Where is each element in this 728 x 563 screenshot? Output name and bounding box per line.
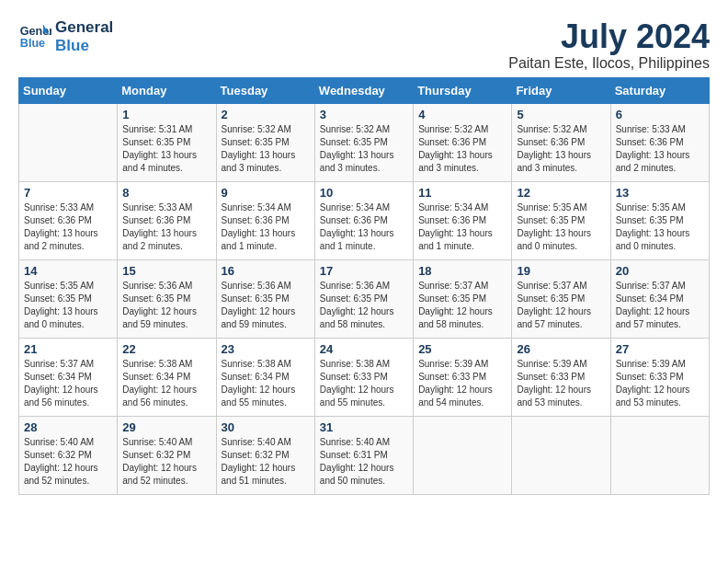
day-info: Sunrise: 5:35 AM Sunset: 6:35 PM Dayligh… [517, 201, 605, 253]
day-number: 1 [122, 108, 210, 121]
day-number: 14 [24, 264, 112, 278]
calendar-cell: 27Sunrise: 5:39 AM Sunset: 6:33 PM Dayli… [610, 338, 709, 416]
day-info: Sunrise: 5:40 AM Sunset: 6:31 PM Dayligh… [320, 436, 408, 488]
calendar-cell: 20Sunrise: 5:37 AM Sunset: 6:34 PM Dayli… [610, 259, 709, 338]
day-number: 23 [222, 342, 310, 356]
calendar-cell: 7Sunrise: 5:33 AM Sunset: 6:36 PM Daylig… [19, 181, 118, 259]
calendar-week-row: 28Sunrise: 5:40 AM Sunset: 6:32 PM Dayli… [19, 416, 710, 494]
day-number: 15 [122, 264, 210, 278]
day-number: 24 [320, 342, 408, 356]
title-area: July 2024 Paitan Este, Ilocos, Philippin… [508, 18, 710, 72]
day-info: Sunrise: 5:31 AM Sunset: 6:35 PM Dayligh… [122, 123, 210, 175]
calendar-cell: 30Sunrise: 5:40 AM Sunset: 6:32 PM Dayli… [216, 416, 314, 494]
calendar-cell: 6Sunrise: 5:33 AM Sunset: 6:36 PM Daylig… [610, 103, 709, 181]
calendar-cell: 13Sunrise: 5:35 AM Sunset: 6:35 PM Dayli… [610, 181, 709, 259]
location-subtitle: Paitan Este, Ilocos, Philippines [508, 55, 710, 72]
day-number: 30 [222, 420, 310, 434]
day-header-monday: Monday [118, 77, 216, 103]
logo-icon: General Blue [18, 20, 51, 53]
day-info: Sunrise: 5:36 AM Sunset: 6:35 PM Dayligh… [222, 280, 310, 331]
day-number: 18 [418, 264, 506, 278]
calendar-cell: 8Sunrise: 5:33 AM Sunset: 6:36 PM Daylig… [118, 181, 216, 259]
calendar-cell: 21Sunrise: 5:37 AM Sunset: 6:34 PM Dayli… [19, 338, 118, 416]
day-number: 4 [418, 108, 506, 121]
day-header-sunday: Sunday [19, 77, 118, 103]
calendar-week-row: 14Sunrise: 5:35 AM Sunset: 6:35 PM Dayli… [19, 259, 710, 338]
day-info: Sunrise: 5:37 AM Sunset: 6:35 PM Dayligh… [517, 280, 605, 331]
day-info: Sunrise: 5:40 AM Sunset: 6:32 PM Dayligh… [222, 436, 310, 488]
day-number: 10 [320, 186, 408, 200]
calendar-table: SundayMondayTuesdayWednesdayThursdayFrid… [18, 77, 710, 495]
day-number: 6 [616, 108, 704, 121]
day-info: Sunrise: 5:36 AM Sunset: 6:35 PM Dayligh… [320, 280, 408, 331]
day-number: 3 [320, 108, 408, 121]
calendar-week-row: 21Sunrise: 5:37 AM Sunset: 6:34 PM Dayli… [19, 338, 710, 416]
day-number: 29 [122, 420, 210, 434]
calendar-week-row: 1Sunrise: 5:31 AM Sunset: 6:35 PM Daylig… [19, 103, 710, 181]
day-header-tuesday: Tuesday [216, 77, 314, 103]
calendar-cell: 9Sunrise: 5:34 AM Sunset: 6:36 PM Daylig… [216, 181, 314, 259]
day-info: Sunrise: 5:39 AM Sunset: 6:33 PM Dayligh… [517, 358, 605, 409]
day-number: 9 [222, 186, 310, 200]
calendar-cell: 3Sunrise: 5:32 AM Sunset: 6:35 PM Daylig… [314, 103, 413, 181]
day-info: Sunrise: 5:32 AM Sunset: 6:36 PM Dayligh… [418, 123, 506, 175]
day-header-saturday: Saturday [610, 77, 709, 103]
day-info: Sunrise: 5:34 AM Sunset: 6:36 PM Dayligh… [222, 201, 310, 253]
day-info: Sunrise: 5:35 AM Sunset: 6:35 PM Dayligh… [24, 280, 112, 331]
day-header-wednesday: Wednesday [314, 77, 413, 103]
calendar-cell: 5Sunrise: 5:32 AM Sunset: 6:36 PM Daylig… [512, 103, 610, 181]
day-info: Sunrise: 5:33 AM Sunset: 6:36 PM Dayligh… [24, 201, 112, 253]
day-number: 16 [222, 264, 310, 278]
day-info: Sunrise: 5:38 AM Sunset: 6:34 PM Dayligh… [122, 358, 210, 409]
day-info: Sunrise: 5:33 AM Sunset: 6:36 PM Dayligh… [616, 123, 704, 175]
day-info: Sunrise: 5:40 AM Sunset: 6:32 PM Dayligh… [122, 436, 210, 488]
logo-blue: Blue [55, 37, 113, 55]
day-info: Sunrise: 5:37 AM Sunset: 6:34 PM Dayligh… [24, 358, 112, 409]
day-info: Sunrise: 5:33 AM Sunset: 6:36 PM Dayligh… [122, 201, 210, 253]
calendar-cell: 28Sunrise: 5:40 AM Sunset: 6:32 PM Dayli… [19, 416, 118, 494]
day-info: Sunrise: 5:35 AM Sunset: 6:35 PM Dayligh… [616, 201, 704, 253]
calendar-cell: 26Sunrise: 5:39 AM Sunset: 6:33 PM Dayli… [512, 338, 610, 416]
calendar-cell: 17Sunrise: 5:36 AM Sunset: 6:35 PM Dayli… [314, 259, 413, 338]
svg-text:Blue: Blue [20, 37, 45, 50]
calendar-body: 1Sunrise: 5:31 AM Sunset: 6:35 PM Daylig… [19, 103, 710, 494]
calendar-cell: 31Sunrise: 5:40 AM Sunset: 6:31 PM Dayli… [314, 416, 413, 494]
calendar-cell: 18Sunrise: 5:37 AM Sunset: 6:35 PM Dayli… [414, 259, 512, 338]
day-number: 13 [616, 186, 704, 200]
day-info: Sunrise: 5:39 AM Sunset: 6:33 PM Dayligh… [616, 358, 704, 409]
day-header-thursday: Thursday [414, 77, 512, 103]
day-number: 17 [320, 264, 408, 278]
calendar-cell: 14Sunrise: 5:35 AM Sunset: 6:35 PM Dayli… [19, 259, 118, 338]
calendar-cell [512, 416, 610, 494]
day-number: 19 [517, 264, 605, 278]
day-number: 5 [517, 108, 605, 121]
calendar-cell: 25Sunrise: 5:39 AM Sunset: 6:33 PM Dayli… [414, 338, 512, 416]
calendar-cell: 2Sunrise: 5:32 AM Sunset: 6:35 PM Daylig… [216, 103, 314, 181]
logo: General Blue General Blue [18, 18, 113, 56]
day-info: Sunrise: 5:40 AM Sunset: 6:32 PM Dayligh… [24, 436, 112, 488]
day-info: Sunrise: 5:32 AM Sunset: 6:35 PM Dayligh… [320, 123, 408, 175]
calendar-cell: 10Sunrise: 5:34 AM Sunset: 6:36 PM Dayli… [314, 181, 413, 259]
day-number: 21 [24, 342, 112, 356]
day-info: Sunrise: 5:36 AM Sunset: 6:35 PM Dayligh… [122, 280, 210, 331]
day-info: Sunrise: 5:37 AM Sunset: 6:35 PM Dayligh… [418, 280, 506, 331]
day-number: 11 [418, 186, 506, 200]
day-number: 28 [24, 420, 112, 434]
calendar-cell: 11Sunrise: 5:34 AM Sunset: 6:36 PM Dayli… [414, 181, 512, 259]
calendar-cell: 23Sunrise: 5:38 AM Sunset: 6:34 PM Dayli… [216, 338, 314, 416]
day-info: Sunrise: 5:38 AM Sunset: 6:34 PM Dayligh… [222, 358, 310, 409]
day-number: 2 [222, 108, 310, 121]
day-number: 22 [122, 342, 210, 356]
day-info: Sunrise: 5:39 AM Sunset: 6:33 PM Dayligh… [418, 358, 506, 409]
page-header: General Blue General Blue July 2024 Pait… [18, 18, 710, 72]
day-number: 8 [122, 186, 210, 200]
calendar-week-row: 7Sunrise: 5:33 AM Sunset: 6:36 PM Daylig… [19, 181, 710, 259]
day-number: 25 [418, 342, 506, 356]
day-info: Sunrise: 5:34 AM Sunset: 6:36 PM Dayligh… [320, 201, 408, 253]
calendar-cell: 22Sunrise: 5:38 AM Sunset: 6:34 PM Dayli… [118, 338, 216, 416]
calendar-cell: 16Sunrise: 5:36 AM Sunset: 6:35 PM Dayli… [216, 259, 314, 338]
day-info: Sunrise: 5:32 AM Sunset: 6:35 PM Dayligh… [222, 123, 310, 175]
day-info: Sunrise: 5:37 AM Sunset: 6:34 PM Dayligh… [616, 280, 704, 331]
logo-general: General [55, 18, 113, 37]
calendar-cell: 1Sunrise: 5:31 AM Sunset: 6:35 PM Daylig… [118, 103, 216, 181]
